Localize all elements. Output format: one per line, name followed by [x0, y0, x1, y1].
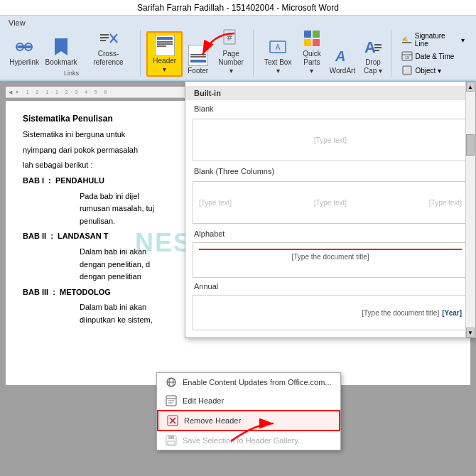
header-dropdown-panel[interactable]: Built-in Blank [Type text] Blank (Three …: [185, 81, 476, 338]
save-selection-item: Save Selection to Header Gallery...: [157, 431, 340, 450]
date-time-label: Date & Time: [415, 53, 454, 60]
header-icon: [153, 34, 176, 57]
remove-header-label: Remove Header: [184, 416, 241, 425]
hyperlink-icon: [13, 36, 36, 58]
blank-label: Blank: [185, 103, 475, 114]
annual-preview[interactable]: [Type the document title] [Year]: [193, 295, 468, 330]
scroll-down-arrow[interactable]: ▼: [466, 328, 475, 337]
blank-three-col-preview[interactable]: [Type text] [Type text] [Type text]: [193, 181, 468, 224]
cross-reference-button[interactable]: Cross-reference: [81, 26, 136, 68]
alphabet-text: [Type the document title]: [199, 253, 462, 261]
svg-text:⬜: ⬜: [404, 67, 411, 74]
alphabet-label: Alphabet: [185, 228, 475, 239]
blank-three-col-label: Blank (Three Columns): [185, 166, 475, 177]
ribbon: View Hyperlink: [0, 16, 476, 81]
scroll-up-arrow[interactable]: ▲: [466, 82, 475, 92]
bookmark-button[interactable]: Bookmark: [43, 34, 80, 68]
svg-rect-41: [168, 436, 174, 439]
blank-preview-text: [Type text]: [314, 136, 347, 144]
edit-header-item[interactable]: Edit Header: [157, 391, 340, 410]
alphabet-preview[interactable]: [Type the document title]: [193, 242, 468, 278]
enable-content-label: Enable Content Updates from Office.com..…: [183, 378, 332, 386]
doc-area: ◀ ✦ · 1 · 2 · 1 · 1 · 2 · 3 · 4 · 5 · 6 …: [0, 81, 476, 476]
svg-marker-3: [55, 38, 67, 55]
built-in-title: Built-in: [185, 86, 475, 100]
svg-rect-5: [100, 37, 109, 38]
arrow-svg: [185, 30, 242, 65]
links-buttons: Hyperlink Bookmark: [7, 26, 136, 68]
scroll-thumb[interactable]: [466, 134, 475, 156]
title-bar: Sarifah Farrah Fadillah - 151402004 - Mi…: [0, 0, 476, 16]
header-label: Header ▾: [151, 57, 178, 74]
enable-content-updates-item[interactable]: Enable Content Updates from Office.com..…: [157, 373, 340, 391]
col2-text: [Type text]: [314, 199, 347, 207]
object-label: Object: [415, 67, 436, 75]
context-menu[interactable]: Enable Content Updates from Office.com..…: [156, 372, 341, 450]
annual-year-text: [Year]: [442, 309, 462, 317]
dropdown-scrollbar[interactable]: ▲ ▼: [465, 82, 475, 337]
col3-text: [Type text]: [429, 199, 462, 207]
cross-reference-icon: [97, 27, 120, 50]
title-text: Sarifah Farrah Fadillah - 151402004 - Mi…: [137, 3, 339, 13]
svg-rect-6: [100, 40, 106, 41]
hyperlink-label: Hyperlink: [9, 58, 39, 67]
svg-rect-4: [100, 34, 109, 36]
remove-header-item[interactable]: Remove Header: [157, 410, 340, 431]
edit-header-icon: [166, 395, 177, 406]
ribbon-content: Hyperlink Bookmark: [0, 28, 476, 80]
main-area: ◀ ✦ · 1 · 2 · 1 · 1 · 2 · 3 · 4 · 5 · 6 …: [0, 81, 476, 476]
header-button[interactable]: Header ▾: [146, 31, 183, 77]
ribbon-arrow: [185, 30, 419, 67]
alphabet-line: [199, 249, 462, 250]
links-group-label: Links: [64, 70, 79, 77]
footer-label: Footer: [188, 67, 208, 75]
signature-line-label: Signature Line: [415, 32, 459, 48]
save-selection-label: Save Selection to Header Gallery...: [183, 436, 304, 445]
col1-text: [Type text]: [199, 199, 232, 207]
enable-content-icon: [166, 377, 177, 388]
annual-title-text: [Type the document title]: [362, 309, 439, 317]
hyperlink-button[interactable]: Hyperlink: [7, 34, 41, 68]
blank-preview[interactable]: [Type text]: [193, 119, 468, 161]
edit-header-label: Edit Header: [183, 396, 224, 405]
cross-reference-label: Cross-reference: [84, 50, 133, 67]
wordart-label: WordArt: [330, 67, 356, 75]
save-selection-icon: [166, 435, 177, 446]
svg-rect-42: [168, 441, 175, 445]
bookmark-icon: [50, 36, 72, 58]
ribbon-group-links: Hyperlink Bookmark: [3, 30, 141, 77]
remove-header-icon: [167, 415, 178, 426]
bookmark-label: Bookmark: [45, 58, 77, 67]
annual-label: Annual: [185, 281, 475, 292]
